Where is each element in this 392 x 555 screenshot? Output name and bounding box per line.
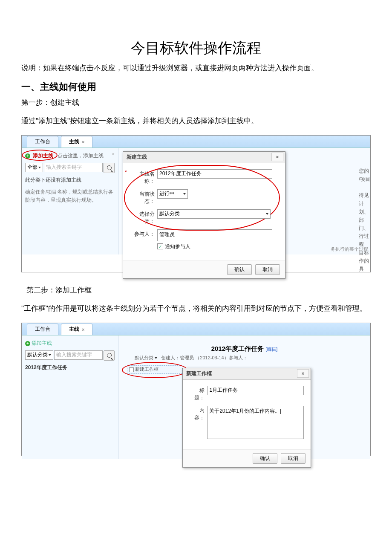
add-mainline-link[interactable]: 添加主线: [32, 340, 52, 346]
select-value: 全部: [27, 164, 37, 171]
cropped-text: 您的/项目 得见计划、 部门、行过程 目标作的具: [359, 167, 372, 273]
tab-workbench[interactable]: 工作台: [27, 324, 58, 335]
new-mainline-dialog: 新建主线 × *主线名称：2012年度工作任务 当前状态：进行中 选择分类：默认…: [123, 151, 285, 279]
sidebar: × + 添加主线 点击这里，添加主线 全部 输入搜索关键字 此分类下还没有添加主…: [22, 148, 118, 254]
close-button[interactable]: ×: [271, 153, 283, 161]
search-input[interactable]: 输入搜索关键字: [44, 163, 103, 172]
tab-bar: 工作台 主线×: [22, 136, 370, 148]
category-select[interactable]: 默认分类: [157, 209, 271, 219]
search-button[interactable]: [104, 163, 115, 173]
tab-label: 主线: [69, 326, 79, 333]
doc-title: 今目标软件操作流程: [21, 38, 371, 58]
workbox-title-input[interactable]: 1月工作任务: [207, 386, 304, 395]
tab-workbench[interactable]: 工作台: [27, 136, 58, 147]
search-button[interactable]: [104, 350, 115, 361]
add-mainline-link[interactable]: 添加主线: [33, 153, 53, 159]
empty-message: 此分类下还没有添加主线: [25, 176, 115, 184]
status-select[interactable]: 进行中: [157, 189, 188, 199]
dialog-title-bar: 新建主线 ×: [123, 152, 285, 163]
field-label: 选择分类：: [130, 209, 155, 225]
field-label: 标题：: [190, 386, 205, 402]
dialog-title: 新建主线: [127, 153, 147, 161]
mainline-name-input[interactable]: 2012年度工作任务: [157, 169, 272, 179]
tab-mainline[interactable]: 主线×: [61, 324, 92, 335]
plus-icon: +: [25, 341, 30, 346]
new-workbox-button[interactable]: 新建工作框: [127, 365, 182, 374]
chevron-down-icon: [155, 357, 157, 359]
mainline-title: 2012年度工作任务 [编辑]: [123, 345, 366, 353]
close-icon[interactable]: ×: [82, 139, 84, 145]
participants-input[interactable]: 管理员: [157, 229, 272, 241]
close-icon[interactable]: ×: [82, 327, 84, 332]
field-label: 主线名称：: [130, 169, 155, 185]
screenshot-1: 工作台 主线× × + 添加主线 点击这里，添加主线 全部 输入搜索关键字 此分…: [21, 135, 371, 272]
close-button[interactable]: ×: [297, 369, 309, 378]
field-label: 内容：: [190, 406, 205, 422]
notify-checkbox[interactable]: ✓: [157, 243, 163, 249]
tab-label: 工作台: [35, 138, 50, 145]
select-value: 默认分类: [27, 351, 48, 358]
plus-icon: +: [25, 153, 30, 159]
mainline-item[interactable]: 2012年度工作任务: [25, 364, 115, 371]
field-label: 当前状态：: [130, 189, 155, 205]
mainline-meta: 默认分类 创建人：管理员 （2012-03-14）参与人：: [135, 355, 366, 361]
workbox-content-input[interactable]: 关于2012年1月份的工作内容。|: [207, 406, 304, 439]
select-value: 默认分类: [159, 210, 180, 217]
search-icon: [107, 165, 112, 170]
cancel-button[interactable]: 取消: [281, 453, 306, 464]
edit-link[interactable]: [编辑]: [265, 347, 277, 352]
doc-intro: 说明：如果在终端点击不反应，可以通过升级浏览器，或直接进网页两种方法进入操作页面…: [21, 62, 371, 75]
tab-mainline[interactable]: 主线×: [61, 136, 92, 147]
field-label: 参与人：: [130, 229, 155, 238]
select-value: 进行中: [159, 190, 175, 197]
step-1-label: 第一步：创建主线: [21, 98, 371, 107]
step-2-desc: "工作框"的作用是可以将这条主线划分为若干个节点，将相关的内容引用到对应的节点下…: [21, 303, 371, 315]
section-heading: 一、主线如何使用: [21, 81, 371, 93]
chevron-down-icon: [49, 354, 51, 356]
step-1-desc: 通过"添加主线"按钮建立一条新主线，并将相关的人员选择添加到主线中。: [21, 115, 371, 127]
chevron-down-icon: [183, 193, 186, 195]
new-workbox-dialog: 新建工作框 × 标题：1月工作任务 内容：关于2012年1月份的工作内容。| 确…: [182, 368, 311, 468]
tab-bar: 工作台 主线×: [22, 323, 370, 335]
search-icon: [107, 353, 112, 358]
screenshot-2: 工作台 主线× +添加主线 默认分类 输入搜索关键字 2012年度工作任务 20…: [21, 323, 371, 456]
main-area: 2012年度工作任务 [编辑] 默认分类 创建人：管理员 （2012-03-14…: [118, 335, 370, 459]
category-select[interactable]: 默认分类: [25, 350, 53, 360]
search-input[interactable]: 输入搜索关键字: [54, 350, 103, 360]
chevron-down-icon: [38, 167, 41, 168]
chevron-down-icon: [266, 213, 268, 215]
dialog-title-bar: 新建工作框 ×: [183, 368, 311, 380]
cancel-button[interactable]: 取消: [255, 264, 280, 275]
ok-button[interactable]: 确认: [227, 264, 252, 275]
main-area: 新建主线 × *主线名称：2012年度工作任务 当前状态：进行中 选择分类：默认…: [118, 148, 370, 254]
tooltip-text: 点击这里，添加主线: [58, 153, 104, 159]
dialog-title: 新建工作框: [186, 370, 212, 377]
ok-button[interactable]: 确认: [253, 453, 277, 464]
step-2-label: 第二步：添加工作框: [26, 285, 371, 295]
caption-text: 务执行的整个过程: [331, 246, 368, 252]
sidebar: +添加主线 默认分类 输入搜索关键字 2012年度工作任务: [22, 335, 118, 459]
tab-label: 工作台: [35, 326, 50, 333]
tab-label: 主线: [69, 138, 79, 145]
help-text: 确定任务/项目名称，规划或总结执行各阶段内容，呈现真实执行现场。: [25, 188, 115, 204]
checkbox-label: 通知参与人: [165, 243, 190, 249]
category-select[interactable]: 全部: [25, 163, 43, 172]
